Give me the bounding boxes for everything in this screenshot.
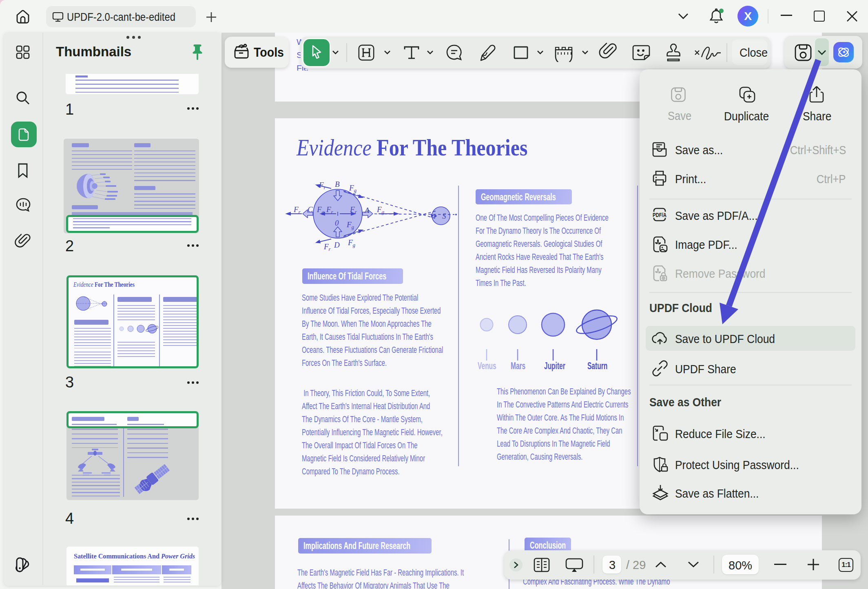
- svg-text:Fr: Fr: [293, 205, 301, 215]
- svg-text:S: S: [442, 212, 446, 220]
- svg-text:D: D: [334, 241, 340, 249]
- svg-text:Fg: Fg: [376, 205, 385, 215]
- svg-text:Fr: Fr: [323, 242, 331, 252]
- svg-text:A: A: [364, 206, 370, 215]
- svg-text:Fg: Fg: [348, 238, 356, 248]
- svg-text:0: 0: [335, 219, 339, 227]
- svg-text:PDF/A: PDF/A: [653, 212, 666, 218]
- svg-text:B: B: [335, 180, 340, 188]
- svg-text:Fr: Fr: [319, 181, 326, 190]
- svg-text:C: C: [308, 205, 313, 214]
- svg-text:Fg: Fg: [349, 184, 357, 193]
